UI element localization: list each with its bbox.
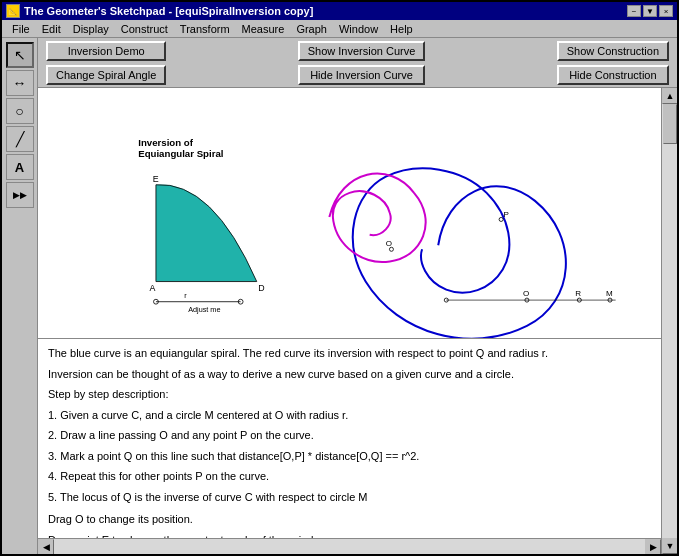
desc-line1: The blue curve is an equiangular spiral.… <box>48 345 651 362</box>
desc-step3: 3. Mark a point Q on this line such that… <box>48 448 651 465</box>
svg-point-12 <box>499 217 503 221</box>
menu-file[interactable]: File <box>6 22 36 36</box>
vertical-scrollbar: ▲ ▼ <box>661 88 677 554</box>
scroll-left-arrow[interactable]: ◀ <box>38 539 54 554</box>
custom-tool[interactable]: ▶▶ <box>6 182 34 208</box>
main-window: 📐 The Geometer's Sketchpad - [equiSpiral… <box>0 0 679 556</box>
scroll-right-arrow[interactable]: ▶ <box>645 539 661 554</box>
svg-text:D: D <box>258 283 264 293</box>
minimize-button[interactable]: − <box>627 5 641 17</box>
desc-step4: 4. Repeat this for other points P on the… <box>48 468 651 485</box>
desc-step1: 1. Given a curve C, and a circle M cente… <box>48 407 651 424</box>
scroll-up-arrow[interactable]: ▲ <box>662 88 677 104</box>
svg-text:Adjust me: Adjust me <box>188 305 220 314</box>
title-bar: 📐 The Geometer's Sketchpad - [equiSpiral… <box>2 2 677 20</box>
svg-text:O: O <box>386 239 392 248</box>
svg-text:O: O <box>523 289 529 298</box>
svg-text:A: A <box>150 283 156 293</box>
svg-text:E: E <box>153 174 159 184</box>
btn-group-left: Inversion Demo Change Spiral Angle <box>46 41 166 85</box>
show-construction-button[interactable]: Show Construction <box>557 41 669 61</box>
text-tool[interactable]: A <box>6 154 34 180</box>
scroll-thumb[interactable] <box>663 104 677 144</box>
tool-panel: ↖ ↔ ○ ╱ A ▶▶ <box>2 38 38 554</box>
show-inversion-curve-button[interactable]: Show Inversion Curve <box>298 41 426 61</box>
change-spiral-angle-button[interactable]: Change Spiral Angle <box>46 65 166 85</box>
inversion-demo-button[interactable]: Inversion Demo <box>46 41 166 61</box>
window-title: The Geometer's Sketchpad - [equiSpiralIn… <box>24 5 313 17</box>
menu-window[interactable]: Window <box>333 22 384 36</box>
translate-tool[interactable]: ↔ <box>6 70 34 96</box>
svg-text:Equiangular Spiral: Equiangular Spiral <box>138 148 223 159</box>
circle-tool[interactable]: ○ <box>6 98 34 124</box>
svg-text:R: R <box>575 289 581 298</box>
hide-inversion-curve-button[interactable]: Hide Inversion Curve <box>298 65 426 85</box>
svg-text:r: r <box>184 291 187 300</box>
desc-line4: Step by step description: <box>48 386 651 403</box>
app-icon: 📐 <box>6 4 20 18</box>
menu-help[interactable]: Help <box>384 22 419 36</box>
btn-group-right: Show Construction Hide Construction <box>557 41 669 85</box>
menu-edit[interactable]: Edit <box>36 22 67 36</box>
canvas-container: Inversion of Equiangular Spiral E A D <box>38 88 677 554</box>
scroll-down-arrow[interactable]: ▼ <box>662 538 677 554</box>
line-tool[interactable]: ╱ <box>6 126 34 152</box>
close-button[interactable]: × <box>659 5 673 17</box>
desc-drag1: Drag O to change its position. <box>48 511 651 528</box>
desc-line3: Inversion can be thought of as a way to … <box>48 366 651 383</box>
button-bar: Inversion Demo Change Spiral Angle Show … <box>38 38 677 88</box>
desc-step2: 2. Draw a line passing O and any point P… <box>48 427 651 444</box>
restore-button[interactable]: ▼ <box>643 5 657 17</box>
svg-text:M: M <box>606 289 613 298</box>
hide-construction-button[interactable]: Hide Construction <box>557 65 669 85</box>
main-panel: Inversion Demo Change Spiral Angle Show … <box>38 38 677 554</box>
sketch-canvas[interactable]: Inversion of Equiangular Spiral E A D <box>38 88 661 338</box>
select-tool[interactable]: ↖ <box>6 42 34 68</box>
menu-graph[interactable]: Graph <box>290 22 333 36</box>
menu-bar: File Edit Display Construct Transform Me… <box>2 20 677 38</box>
description-area: The blue curve is an equiangular spiral.… <box>38 338 661 538</box>
menu-display[interactable]: Display <box>67 22 115 36</box>
svg-text:Inversion of: Inversion of <box>138 137 194 148</box>
menu-transform[interactable]: Transform <box>174 22 236 36</box>
scroll-horizontal-track[interactable] <box>54 539 645 554</box>
menu-construct[interactable]: Construct <box>115 22 174 36</box>
scroll-vertical-track[interactable] <box>662 104 677 538</box>
menu-measure[interactable]: Measure <box>236 22 291 36</box>
horizontal-scrollbar: ◀ ▶ <box>38 538 661 554</box>
svg-text:P: P <box>504 210 509 219</box>
btn-group-middle: Show Inversion Curve Hide Inversion Curv… <box>298 41 426 85</box>
desc-step5: 5. The locus of Q is the inverse of curv… <box>48 489 651 506</box>
